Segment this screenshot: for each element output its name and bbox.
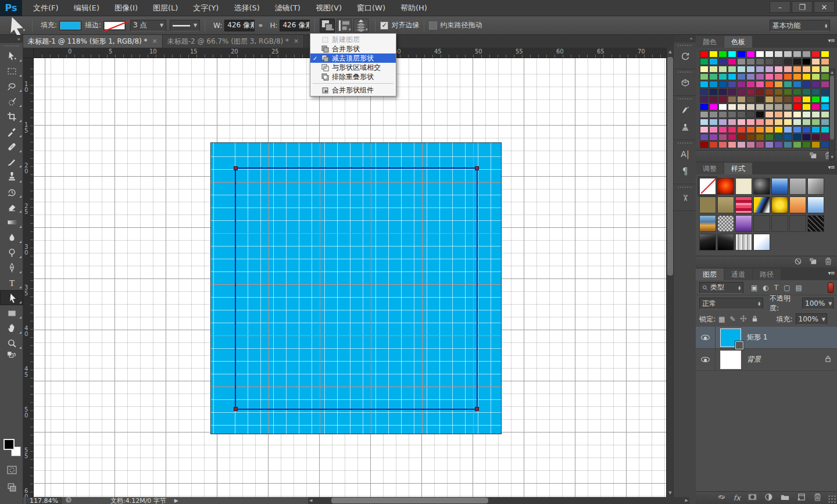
- filter-shape-layers-icon[interactable]: ▢: [784, 284, 790, 292]
- resize-grip[interactable]: [828, 495, 836, 503]
- color-swatch[interactable]: [756, 126, 764, 133]
- new-adjustment-layer-button[interactable]: [764, 493, 773, 503]
- panel-menu-icon[interactable]: ▾≡: [828, 164, 835, 170]
- menu-item-9[interactable]: 窗口(W): [349, 0, 393, 16]
- color-swatch[interactable]: [811, 96, 820, 103]
- vertical-scrollbar-thumb[interactable]: [667, 57, 673, 276]
- new-style-button[interactable]: [809, 258, 817, 267]
- style-swatch-orange-glow[interactable]: [717, 178, 734, 195]
- color-swatch[interactable]: [774, 96, 783, 103]
- color-swatch[interactable]: [821, 66, 829, 73]
- path-operations-button[interactable]: ▾: [320, 19, 335, 33]
- color-swatch[interactable]: [802, 119, 811, 126]
- color-swatch[interactable]: [802, 111, 811, 118]
- restore-button[interactable]: ❐: [792, 1, 813, 13]
- menu-item-unite[interactable]: 合并形状: [310, 44, 396, 53]
- color-swatch[interactable]: [746, 126, 755, 133]
- color-swatch[interactable]: [700, 88, 709, 95]
- filter-pixel-layers-icon[interactable]: ▣: [751, 284, 757, 292]
- ruler-origin-corner[interactable]: [23, 48, 34, 58]
- color-swatch[interactable]: [811, 81, 820, 88]
- document-canvas[interactable]: [34, 58, 666, 497]
- color-swatch[interactable]: [728, 126, 736, 133]
- shape-width-field[interactable]: 426 像素: [224, 20, 255, 31]
- color-swatch[interactable]: [737, 126, 746, 133]
- panel-group-gripper[interactable]: [677, 44, 692, 47]
- style-swatch-cream-frame[interactable]: [735, 178, 752, 195]
- color-swatch[interactable]: [756, 103, 764, 110]
- hand-tool[interactable]: [0, 320, 23, 335]
- color-swatch[interactable]: [746, 73, 755, 80]
- delete-layer-button[interactable]: [813, 493, 822, 503]
- tab-color[interactable]: 颜色: [696, 36, 724, 48]
- style-swatch-dark-pattern[interactable]: [807, 215, 824, 232]
- lock-position-icon[interactable]: [740, 315, 747, 324]
- paragraph-panel-button[interactable]: ¶: [674, 163, 696, 180]
- color-swatch[interactable]: [821, 88, 829, 95]
- new-layer-button[interactable]: [797, 493, 806, 503]
- color-swatch[interactable]: [709, 81, 718, 88]
- toolbar-collapse-button[interactable]: »: [0, 35, 23, 43]
- screen-mode-button[interactable]: [0, 480, 23, 495]
- menu-item-merge[interactable]: 合并形状组件: [310, 85, 396, 95]
- style-swatch-black-peak-1[interactable]: [699, 234, 716, 251]
- status-expand-arrow[interactable]: ▶: [174, 498, 178, 503]
- style-swatch-blue-gloss[interactable]: [771, 178, 788, 195]
- color-swatch[interactable]: [802, 126, 811, 133]
- swatches-scrollbar[interactable]: ▲ ▼: [829, 69, 835, 160]
- color-swatch[interactable]: [793, 111, 802, 118]
- constrain-path-checkbox[interactable]: ✓: [429, 22, 437, 30]
- color-swatch[interactable]: [756, 96, 764, 103]
- color-swatch[interactable]: [728, 103, 736, 110]
- tab-adjustments[interactable]: 调整: [696, 163, 724, 174]
- color-swatch[interactable]: [718, 96, 727, 103]
- properties-panel-button[interactable]: [674, 74, 696, 92]
- scroll-down-arrow[interactable]: ▼: [829, 154, 835, 160]
- color-swatch[interactable]: [793, 141, 802, 148]
- scroll-left-arrow[interactable]: ◀: [309, 498, 312, 503]
- color-swatch[interactable]: [802, 66, 811, 73]
- color-swatch[interactable]: [765, 119, 774, 126]
- panel-group-gripper[interactable]: [677, 98, 692, 100]
- color-swatch[interactable]: [784, 51, 792, 58]
- color-swatch[interactable]: [756, 66, 764, 73]
- color-swatch[interactable]: [756, 111, 764, 118]
- color-swatch[interactable]: [746, 103, 755, 110]
- history-brush-tool[interactable]: [0, 184, 23, 199]
- color-swatch[interactable]: [774, 134, 783, 141]
- color-swatch[interactable]: [700, 126, 709, 133]
- color-swatch[interactable]: [793, 119, 802, 126]
- color-swatch[interactable]: [784, 88, 792, 95]
- panel-group-gripper[interactable]: [677, 142, 692, 144]
- zoom-tool[interactable]: [0, 335, 23, 351]
- color-swatch[interactable]: [756, 88, 764, 95]
- color-swatch[interactable]: [821, 111, 829, 118]
- tab-close-icon[interactable]: ×: [294, 35, 299, 48]
- vertical-scrollbar[interactable]: ▲ ▼: [666, 48, 673, 497]
- color-swatch[interactable]: [737, 73, 746, 80]
- color-swatch[interactable]: [709, 88, 718, 95]
- layer-thumbnail[interactable]: [720, 328, 741, 347]
- style-swatch-gray-gradient[interactable]: [807, 178, 824, 195]
- color-swatch[interactable]: [700, 119, 709, 126]
- color-swatch[interactable]: [709, 126, 718, 133]
- color-swatch[interactable]: [784, 73, 792, 80]
- color-swatch[interactable]: [709, 73, 718, 80]
- color-swatch[interactable]: [756, 134, 764, 141]
- color-swatch[interactable]: [737, 111, 746, 118]
- eraser-tool[interactable]: [0, 199, 23, 215]
- lock-all-icon[interactable]: [752, 315, 758, 324]
- color-swatch[interactable]: [737, 81, 746, 88]
- color-swatch[interactable]: [793, 96, 802, 103]
- panel-menu-icon[interactable]: ▾≡: [828, 270, 835, 276]
- color-swatch[interactable]: [793, 66, 802, 73]
- menu-item-7[interactable]: 滤镜(T): [267, 0, 308, 16]
- clear-style-button[interactable]: [794, 258, 802, 267]
- color-swatch[interactable]: [784, 119, 792, 126]
- color-swatch[interactable]: [765, 126, 774, 133]
- color-swatch[interactable]: [718, 103, 727, 110]
- color-swatch[interactable]: [700, 103, 709, 110]
- opacity-combo[interactable]: 100%▼: [802, 298, 834, 309]
- menu-item-2[interactable]: 编辑(E): [66, 0, 107, 16]
- color-swatch[interactable]: [737, 51, 746, 58]
